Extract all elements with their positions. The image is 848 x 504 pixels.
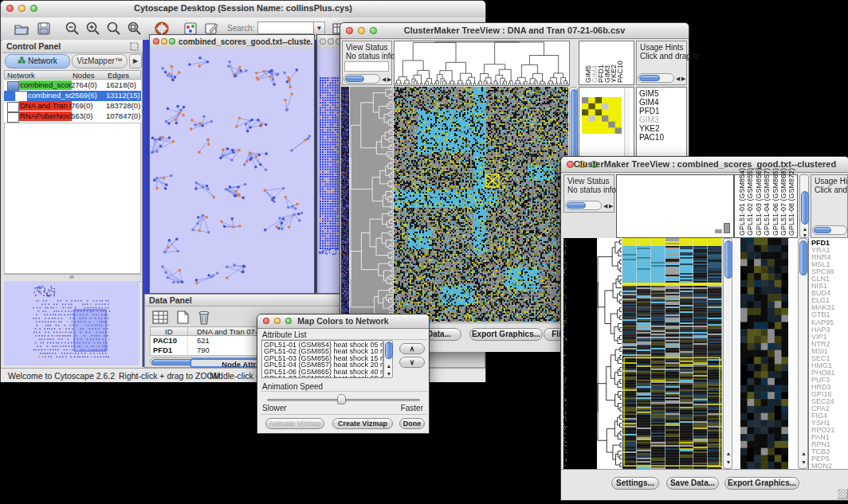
save-data-button[interactable]: Save Data... [666,477,719,490]
scroll-left-arrow[interactable]: ◀ [676,76,680,81]
animation-speed-slider-thumb[interactable] [337,394,346,404]
treeview2-title: ClusterMaker TreeView : combined_scores_… [561,159,848,169]
network-table-row[interactable]: combined_scores2764(0)16218(0) [4,80,141,91]
scroll-down-arrow[interactable]: ▼ [801,459,807,465]
treeview2-row-dendrogram[interactable] [597,238,622,469]
attribute-list-item[interactable]: GPL51-07 (GSM868) heat shock 60 min [264,375,383,378]
minimize-button[interactable] [328,38,334,45]
control-panel-title: Control Panel [6,41,61,51]
zoom-fit-icon[interactable] [106,21,122,37]
usage-hints-hscrollbar[interactable] [812,225,847,235]
resize-grip[interactable] [838,489,848,499]
scroll-up-arrow[interactable]: ▲ [387,363,392,369]
treeview2-titlebar[interactable]: ClusterMaker TreeView : combined_scores_… [561,157,848,173]
attribute-list-item[interactable]: GPL51-06 (GSM865) heat shock 40 min [264,369,383,375]
animate-vizmapbutton[interactable]: Animate Vizmap [265,418,324,429]
move-down-button[interactable]: ∨ [399,357,425,368]
birdseye-view-canvas[interactable] [4,281,139,365]
create-vizmapbutton[interactable]: Create Vizmap [332,418,393,429]
export-graphics-button[interactable]: Export Graphics... [724,477,799,490]
usage-hints-text: Click and [815,186,847,194]
donebutton[interactable]: Done [399,418,425,429]
network-edges: 16218(0) [106,80,136,90]
attribute-list[interactable]: GPL51-01 (GSM854) heat shock 05 minGPL51… [261,340,383,378]
dialog-titlebar[interactable]: Map Colors to Network [257,315,429,329]
network1-canvas[interactable] [150,49,314,293]
minimize-button[interactable] [161,38,167,45]
attribute-list-item[interactable]: GPL51-02 (GSM855) heat shock 10 min [264,348,383,354]
network1-titlebar[interactable]: combined_scores_good.txt--cluste... [150,35,314,49]
scroll-right-arrow[interactable]: ▶ [681,76,685,81]
network-table-row[interactable]: DNA and Tran 07769(0)183728(0) [4,101,141,111]
attribute-list-item[interactable]: GPL51-01 (GSM854) heat shock 05 min [264,342,383,348]
column-label: GPL51-01 (GSM854) [738,168,746,236]
treeview1-titlebar[interactable]: ClusterMaker TreeView : DNA and Tran 07-… [340,23,689,39]
scroll-right-arrow[interactable]: ▶ [609,203,613,209]
treeview1-column-dendrogram[interactable] [394,41,570,86]
treeview1-heatmap[interactable] [394,87,568,322]
treeview1-row-dendrogram[interactable] [350,87,393,322]
network-table-row[interactable]: combined_sco2569(6)13112(15) [4,91,141,101]
treeview2-genelist-scrollbar[interactable]: ▲ ▼ [798,238,808,469]
scroll-down-arrow[interactable]: ▼ [726,459,732,465]
attribute-list-item[interactable]: GPL51-04 (GSM857) heat shock 20 min [264,361,383,368]
view-status-hscrollbar[interactable] [344,74,380,84]
treeview1-title: ClusterMaker TreeView : DNA and Tran 07-… [340,25,689,35]
delete-attribute-icon[interactable] [196,309,212,326]
scroll-left-arrow[interactable]: ◀ [382,76,386,82]
gene-label[interactable]: MON2 [811,463,848,469]
attribute-list-item[interactable]: GPL51-03 (GSM856) heat shock 15 min [264,355,383,361]
treeview2-heatmap-vscrollbar[interactable]: ▲ ▼ [723,238,732,469]
row-label[interactable]: GIM3 [639,115,686,124]
treeview2-collabel-scrollbar[interactable]: ▲ ▼ [799,174,809,238]
zoom-selected-icon[interactable] [127,21,143,37]
attribute-table-icon[interactable] [151,310,169,325]
attribute-list-scrollbar[interactable]: ▲ ▼ [383,340,393,378]
zoom-in-icon[interactable] [85,21,101,37]
faster-label: Faster [401,404,423,412]
save-icon[interactable] [36,21,52,37]
move-up-button[interactable]: ∧ [399,343,425,354]
settings-button[interactable]: Settings... [611,477,659,490]
zoom-out-icon[interactable] [65,21,80,37]
main-titlebar[interactable]: Cytoscape Desktop (Session Name: collins… [1,1,485,18]
control-panel: Control Panel ⁂ Network VizMapper™ ▶ Net… [2,40,143,367]
usage-hints-hscrollbar[interactable] [638,73,674,83]
export-graphics-button[interactable]: Export Graphics... [469,328,543,341]
row-label[interactable]: GIM4 [639,98,686,107]
treeview2-column-dendrogram[interactable] [616,174,734,238]
network-table-row[interactable]: RNAPuberNov2+563(0)107847(0) [4,111,141,122]
network-nodes: 2764(0) [71,80,97,90]
scroll-up-arrow[interactable]: ▲ [801,451,807,456]
tab-network[interactable]: ⁂ Network [5,54,70,68]
scroll-up-arrow[interactable]: ▲ [803,226,808,232]
treeview2-zoom-heatmap[interactable] [740,238,788,469]
tab-vizmapper[interactable]: VizMapper™ [72,54,128,68]
close-button[interactable] [320,38,326,45]
scroll-left-arrow[interactable]: ◀ [603,203,607,209]
view-status-hscrollbar[interactable] [565,201,602,210]
close-button[interactable] [153,38,159,45]
row-value: 621 [197,336,210,345]
search-input[interactable] [257,21,315,34]
scroll-down-arrow[interactable]: ▼ [387,371,392,377]
new-attribute-icon[interactable] [174,310,191,325]
scroll-up-arrow[interactable]: ▲ [726,451,732,456]
zoom-button[interactable] [169,38,175,45]
view-status-title: View Status [346,43,388,52]
open-file-icon[interactable] [14,21,29,37]
treeview2-heatmap[interactable] [622,238,722,469]
row-label[interactable]: PFD1 [639,107,686,115]
row-label[interactable]: YKE2 [639,124,686,133]
treeview1-global-strip[interactable] [341,87,349,322]
tab-overflow-button[interactable]: ▶ [129,54,142,68]
column-label: GPL51-02 (GSM855) [746,168,754,236]
scroll-right-arrow[interactable]: ▶ [387,76,391,82]
scroll-down-arrow[interactable]: ▼ [803,232,808,238]
treeview2-global-strip[interactable] [563,238,597,469]
treeview1-zoom-heatmap[interactable] [582,97,622,134]
float-panel-icon[interactable] [130,42,139,51]
row-label[interactable]: PAC10 [639,133,686,142]
status-hint-zoom: Right-click + drag to ZOOM [119,371,221,381]
row-label[interactable]: GIM5 [639,89,686,98]
